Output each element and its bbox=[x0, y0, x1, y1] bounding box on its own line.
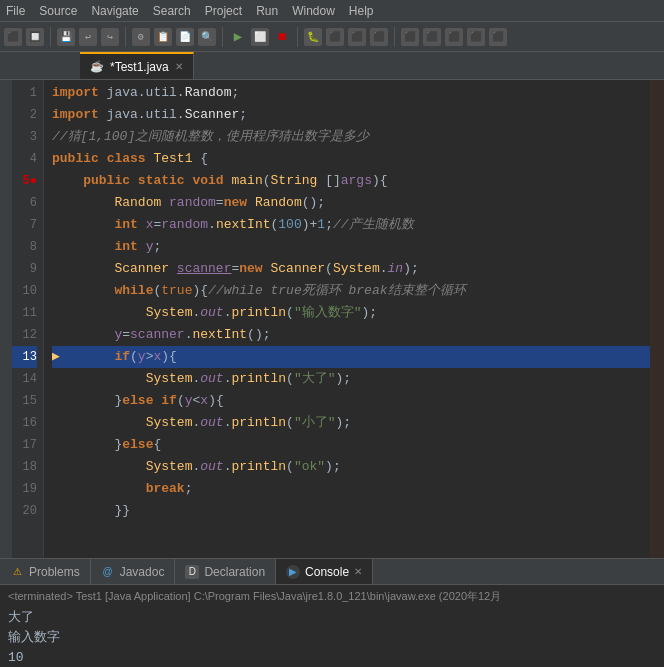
console-header: <terminated> Test1 [Java Application] C:… bbox=[8, 589, 656, 604]
menu-search[interactable]: Search bbox=[153, 4, 191, 18]
toolbar-btn-1[interactable]: ⬛ bbox=[4, 28, 22, 46]
toolbar-debug-btn[interactable]: 🐛 bbox=[304, 28, 322, 46]
menu-help[interactable]: Help bbox=[349, 4, 374, 18]
code-line-10: while(true){//while true死循环 break结束整个循环 bbox=[52, 280, 650, 302]
code-line-1: import java.util.Random; bbox=[52, 82, 650, 104]
toolbar-btn-13[interactable]: ⬛ bbox=[401, 28, 419, 46]
tab-test1-java[interactable]: ☕ *Test1.java ✕ bbox=[80, 52, 194, 79]
toolbar-btn-6[interactable]: 📋 bbox=[154, 28, 172, 46]
line-num-14: 14 bbox=[12, 368, 37, 390]
toolbar-sep-1 bbox=[50, 27, 51, 47]
line-num-17: 17 bbox=[12, 434, 37, 456]
console-icon: ▶ bbox=[286, 565, 300, 579]
toolbar-btn-5[interactable]: ⚙ bbox=[132, 28, 150, 46]
toolbar-btn-15[interactable]: ⬛ bbox=[445, 28, 463, 46]
editor-tab-bar: ☕ *Test1.java ✕ bbox=[0, 52, 664, 80]
code-line-5: public static void main(String []args){ bbox=[52, 170, 650, 192]
line-num-6: 6 bbox=[12, 192, 37, 214]
code-line-12: y=scanner.nextInt(); bbox=[52, 324, 650, 346]
menu-window[interactable]: Window bbox=[292, 4, 335, 18]
javadoc-icon: @ bbox=[101, 565, 115, 579]
scroll-right[interactable] bbox=[650, 80, 664, 558]
console-output: <terminated> Test1 [Java Application] C:… bbox=[0, 585, 664, 667]
line-num-19: 19 bbox=[12, 478, 37, 500]
line-num-16: 16 bbox=[12, 412, 37, 434]
line-num-20: 20 bbox=[12, 500, 37, 522]
toolbar-btn-10[interactable]: ⬛ bbox=[326, 28, 344, 46]
tab-problems-label: Problems bbox=[29, 565, 80, 579]
toolbar-btn-9[interactable]: ⬜ bbox=[251, 28, 269, 46]
line-num-9: 9 bbox=[12, 258, 37, 280]
editor-container: 1 2 3 4 5● 6 7 8 9 10 11 12 13 14 15 16 … bbox=[0, 80, 664, 558]
toolbar-sep-4 bbox=[297, 27, 298, 47]
console-line-3: 10 bbox=[8, 648, 656, 667]
toolbar-btn-7[interactable]: 📄 bbox=[176, 28, 194, 46]
declaration-icon: D bbox=[185, 565, 199, 579]
tab-close-btn[interactable]: ✕ bbox=[175, 61, 183, 72]
line-num-11: 11 bbox=[12, 302, 37, 324]
code-line-11: System.out.println("输入数字"); bbox=[52, 302, 650, 324]
tab-problems[interactable]: ⚠ Problems bbox=[0, 559, 91, 584]
toolbar-btn-2[interactable]: 🔲 bbox=[26, 28, 44, 46]
code-line-4: public class Test1 { bbox=[52, 148, 650, 170]
toolbar-btn-12[interactable]: ⬛ bbox=[370, 28, 388, 46]
tab-declaration[interactable]: D Declaration bbox=[175, 559, 276, 584]
bottom-tab-bar: ⚠ Problems @ Javadoc D Declaration ▶ Con… bbox=[0, 559, 664, 585]
line-num-3: 3 bbox=[12, 126, 37, 148]
toolbar-btn-17[interactable]: ⬛ bbox=[489, 28, 507, 46]
toolbar-sep-5 bbox=[394, 27, 395, 47]
toolbar-sep-2 bbox=[125, 27, 126, 47]
tab-label: *Test1.java bbox=[110, 60, 169, 74]
code-area[interactable]: import java.util.Random; import java.uti… bbox=[44, 80, 650, 558]
code-line-9: Scanner scanner=new Scanner(System.in); bbox=[52, 258, 650, 280]
toolbar-btn-16[interactable]: ⬛ bbox=[467, 28, 485, 46]
tab-javadoc[interactable]: @ Javadoc bbox=[91, 559, 176, 584]
toolbar-btn-3[interactable]: ↩ bbox=[79, 28, 97, 46]
line-num-10: 10 bbox=[12, 280, 37, 302]
menu-file[interactable]: File bbox=[6, 4, 25, 18]
code-line-13: if(y>x){ ▶ bbox=[52, 346, 650, 368]
toolbar-btn-save[interactable]: 💾 bbox=[57, 28, 75, 46]
menu-source[interactable]: Source bbox=[39, 4, 77, 18]
bottom-panel: ⚠ Problems @ Javadoc D Declaration ▶ Con… bbox=[0, 558, 664, 667]
tab-javadoc-label: Javadoc bbox=[120, 565, 165, 579]
line-num-12: 12 bbox=[12, 324, 37, 346]
toolbar-stop-btn[interactable]: ■ bbox=[273, 28, 291, 46]
code-line-14: System.out.println("大了"); bbox=[52, 368, 650, 390]
left-sidebar bbox=[0, 80, 12, 558]
console-line-1: 大了 bbox=[8, 608, 656, 628]
line-num-1: 1 bbox=[12, 82, 37, 104]
line-num-5: 5● bbox=[12, 170, 37, 192]
code-line-7: int x=random.nextInt(100)+1;//产生随机数 bbox=[52, 214, 650, 236]
toolbar-run-btn[interactable]: ▶ bbox=[229, 28, 247, 46]
code-line-3: //猜[1,100]之间随机整数，使用程序猜出数字是多少 bbox=[52, 126, 650, 148]
tab-declaration-label: Declaration bbox=[204, 565, 265, 579]
code-line-16: System.out.println("小了"); bbox=[52, 412, 650, 434]
code-line-20: }} bbox=[52, 500, 650, 522]
toolbar-btn-14[interactable]: ⬛ bbox=[423, 28, 441, 46]
toolbar: ⬛ 🔲 💾 ↩ ↪ ⚙ 📋 📄 🔍 ▶ ⬜ ■ 🐛 ⬛ ⬛ ⬛ ⬛ ⬛ ⬛ ⬛ … bbox=[0, 22, 664, 52]
line-num-7: 7 bbox=[12, 214, 37, 236]
code-line-19: break; bbox=[52, 478, 650, 500]
tab-icon: ☕ bbox=[90, 60, 104, 73]
line-numbers: 1 2 3 4 5● 6 7 8 9 10 11 12 13 14 15 16 … bbox=[12, 80, 44, 558]
toolbar-btn-4[interactable]: ↪ bbox=[101, 28, 119, 46]
menu-navigate[interactable]: Navigate bbox=[91, 4, 138, 18]
tab-console[interactable]: ▶ Console ✕ bbox=[276, 559, 373, 584]
problems-icon: ⚠ bbox=[10, 565, 24, 579]
menu-project[interactable]: Project bbox=[205, 4, 242, 18]
tab-console-label: Console bbox=[305, 565, 349, 579]
code-line-8: int y; bbox=[52, 236, 650, 258]
menu-bar: File Source Navigate Search Project Run … bbox=[0, 0, 664, 22]
line-num-18: 18 bbox=[12, 456, 37, 478]
line-num-15: 15 bbox=[12, 390, 37, 412]
console-close-btn[interactable]: ✕ bbox=[354, 566, 362, 577]
console-line-2: 输入数字 bbox=[8, 628, 656, 648]
menu-run[interactable]: Run bbox=[256, 4, 278, 18]
line-num-4: 4 bbox=[12, 148, 37, 170]
line-num-13: 13 bbox=[12, 346, 37, 368]
code-line-6: Random random=new Random(); bbox=[52, 192, 650, 214]
toolbar-btn-8[interactable]: 🔍 bbox=[198, 28, 216, 46]
line-num-8: 8 bbox=[12, 236, 37, 258]
toolbar-btn-11[interactable]: ⬛ bbox=[348, 28, 366, 46]
